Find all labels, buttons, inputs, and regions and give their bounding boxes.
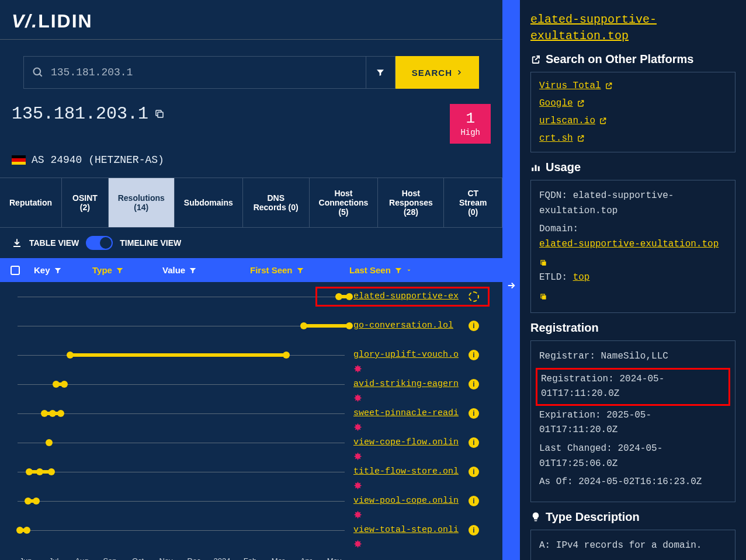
- tab[interactable]: Reputation: [0, 178, 62, 227]
- info-icon[interactable]: i: [469, 525, 479, 535]
- malware-icon: ✸: [353, 392, 362, 405]
- as-line: AS 24940 (HETZNER-AS): [0, 154, 502, 166]
- view-toggle[interactable]: [86, 236, 113, 250]
- copy-icon[interactable]: [154, 109, 165, 119]
- svg-line-1: [40, 74, 42, 76]
- platform-link[interactable]: Google: [539, 98, 727, 109]
- malware-icon: ✸: [353, 450, 362, 463]
- info-icon[interactable]: [469, 291, 479, 302]
- svg-rect-6: [542, 262, 546, 266]
- platform-link[interactable]: urlscan.io: [539, 116, 727, 126]
- logo: V/.LIDIN: [0, 0, 502, 40]
- reg-last-changed: Last Changed: 2024-05-01T17:25:06.0Z: [539, 441, 727, 471]
- bar-chart-icon: [530, 162, 541, 173]
- timeline-row: avid-striking-eagerni✸: [12, 377, 491, 406]
- timeline-domain-link[interactable]: view-cope-flow.onlin: [353, 437, 459, 447]
- bulb-icon: [530, 512, 541, 522]
- usage-domain-link[interactable]: elated-supportive-exultation.top: [539, 237, 719, 252]
- col-last-seen[interactable]: Last Seen: [349, 265, 492, 275]
- platform-link[interactable]: Virus Total: [539, 81, 727, 91]
- malware-icon: ✸: [353, 479, 362, 492]
- copy-icon[interactable]: [539, 293, 727, 301]
- tab[interactable]: DNS Records (0): [243, 178, 310, 227]
- timeline-domain-link[interactable]: go-conversation.lol: [353, 321, 453, 331]
- table-view-label[interactable]: TABLE VIEW: [29, 238, 79, 248]
- malware-icon: ✸: [353, 421, 362, 434]
- reg-expiration: Expiration: 2025-05-01T17:11:20.0Z: [539, 408, 727, 438]
- external-link-icon: [530, 54, 541, 65]
- timeline-row: sweet-pinnacle-readii✸: [12, 406, 491, 435]
- malware-icon: ✸: [353, 363, 362, 375]
- timeline-row: view-pool-cope.onlini✸: [12, 493, 491, 523]
- usage-etld: ETLD: top: [539, 270, 727, 301]
- timeline-row: title-flow-store.onli✸: [12, 464, 491, 493]
- timeline-row: glory-uplift-vouch.oi✸: [12, 347, 491, 377]
- section-registration: Registration: [530, 321, 735, 335]
- malware-icon: ✸: [353, 538, 362, 551]
- timeline-domain-link[interactable]: elated-supportive-ex: [353, 291, 459, 301]
- timeline-domain-link[interactable]: sweet-pinnacle-readi: [353, 408, 459, 418]
- download-icon[interactable]: [12, 238, 22, 248]
- col-key[interactable]: Key: [34, 265, 92, 275]
- tab[interactable]: Resolutions (14): [109, 178, 175, 227]
- search-input[interactable]: [51, 67, 358, 78]
- side-title-link[interactable]: elated-supportive-exultation.top: [530, 12, 735, 44]
- svg-rect-5: [538, 166, 540, 171]
- col-value[interactable]: Value: [162, 265, 250, 275]
- timeline-row: view-total-step.onlii✸: [12, 523, 491, 552]
- columns-header: Key Type Value First Seen Last Seen: [0, 258, 502, 282]
- section-search-platforms: Search on Other Platforms: [530, 53, 735, 66]
- info-icon[interactable]: i: [469, 350, 479, 360]
- svg-rect-2: [158, 112, 163, 117]
- reg-registrar: Registrar: NameSilo,LLC: [539, 349, 727, 364]
- copy-icon[interactable]: [539, 259, 727, 267]
- col-first-seen[interactable]: First Seen: [250, 265, 349, 275]
- reg-as-of: As Of: 2024-05-02T16:16:23.0Z: [539, 475, 727, 490]
- svg-rect-4: [535, 165, 537, 171]
- col-type[interactable]: Type: [92, 265, 162, 275]
- tab[interactable]: Subdomains: [175, 178, 243, 227]
- search-icon: [32, 67, 44, 78]
- svg-rect-7: [542, 295, 546, 300]
- svg-rect-3: [532, 168, 533, 171]
- severity-badge: 1 High: [450, 104, 491, 144]
- info-icon[interactable]: i: [469, 321, 479, 331]
- search-input-wrap: [23, 56, 366, 89]
- flag-de-icon: [12, 155, 26, 165]
- timeline-domain-link[interactable]: view-total-step.onli: [353, 525, 459, 535]
- accent-strip: [502, 0, 520, 560]
- ip-title: 135.181.203.1: [12, 104, 165, 124]
- timeline-row: elated-supportive-ex: [12, 289, 491, 318]
- timeline-view-label[interactable]: TIMELINE VIEW: [120, 238, 181, 248]
- tab[interactable]: Host Connections (5): [310, 178, 379, 227]
- svg-point-0: [34, 68, 41, 75]
- filter-dropdown-button[interactable]: [366, 56, 395, 89]
- tab[interactable]: OSINT (2): [62, 178, 109, 227]
- platform-link[interactable]: crt.sh: [539, 133, 727, 144]
- usage-domain: Domain: elated-supportive-exultation.top: [539, 222, 727, 267]
- type-description: A: IPv4 records for a domain.: [539, 538, 727, 554]
- malware-icon: ✸: [353, 509, 362, 521]
- info-icon[interactable]: i: [469, 408, 479, 419]
- timeline-row: go-conversation.loli: [12, 318, 491, 347]
- usage-etld-link[interactable]: top: [573, 270, 590, 286]
- section-usage: Usage: [530, 161, 735, 174]
- timeline-domain-link[interactable]: title-flow-store.onl: [353, 467, 459, 476]
- timeline-domain-link[interactable]: glory-uplift-vouch.o: [353, 350, 459, 360]
- arrow-right-icon[interactable]: [506, 280, 516, 291]
- tab[interactable]: CT Stream (0): [444, 178, 502, 227]
- timeline-row: view-cope-flow.onlini✸: [12, 435, 491, 464]
- select-all-checkbox[interactable]: [11, 266, 20, 275]
- tabs: ReputationOSINT (2)Resolutions (14)Subdo…: [0, 178, 502, 228]
- section-type-description: Type Description: [530, 510, 735, 524]
- usage-fqdn: FQDN: elated-supportive-exultation.top: [539, 189, 727, 218]
- tab[interactable]: Host Responses (28): [378, 178, 444, 227]
- search-button[interactable]: SEARCH: [395, 56, 479, 89]
- timeline-x-axis: JunJulAugSepOctNovDec2024FebMarAprMay: [0, 556, 502, 560]
- info-icon[interactable]: i: [469, 379, 479, 389]
- info-icon[interactable]: i: [469, 496, 479, 506]
- info-icon[interactable]: i: [469, 437, 479, 448]
- timeline-domain-link[interactable]: view-pool-cope.onlin: [353, 496, 459, 506]
- timeline-domain-link[interactable]: avid-striking-eagern: [353, 379, 459, 389]
- info-icon[interactable]: i: [469, 467, 479, 477]
